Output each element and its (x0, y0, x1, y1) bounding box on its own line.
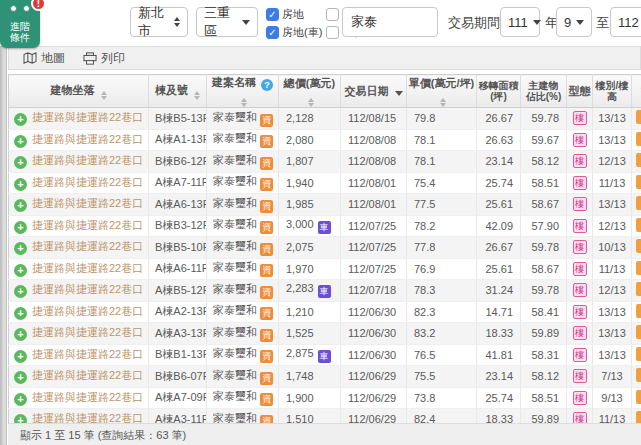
address-link[interactable]: 捷運路與捷運路22巷口 (32, 283, 143, 295)
checkbox-unchecked-icon[interactable] (326, 8, 339, 21)
transaction-count-badge (636, 261, 641, 275)
cell-type: 樓 (567, 108, 593, 130)
table-row: +捷運路與捷運路22巷口B棟B3-12F號家泰璽和資3,000車112/07/2… (9, 215, 641, 237)
project-info-badge[interactable]: 資 (260, 286, 273, 299)
year-from-select[interactable]: 111 (500, 7, 540, 37)
address-link[interactable]: 捷運路與捷運路22巷口 (32, 412, 143, 423)
expand-row-icon[interactable]: + (14, 285, 27, 298)
expand-row-icon[interactable]: + (14, 199, 27, 212)
cell-transaction (632, 258, 641, 280)
cell-project: 家泰璽和資 (207, 344, 279, 366)
expand-row-icon[interactable]: + (14, 135, 27, 148)
address-link[interactable]: 捷運路與捷運路22巷口 (32, 348, 143, 360)
address-link[interactable]: 捷運路與捷運路22巷口 (32, 133, 143, 145)
month-from-select[interactable]: 9 (556, 7, 592, 37)
expand-row-icon[interactable]: + (14, 156, 27, 169)
address-link[interactable]: 捷運路與捷運路22巷口 (32, 219, 143, 231)
cell-date: 112/08/15 (341, 108, 407, 130)
help-icon[interactable]: ? (261, 79, 273, 91)
expand-row-icon[interactable]: + (14, 221, 27, 234)
cell-transaction (632, 108, 641, 130)
expand-row-icon[interactable]: + (14, 371, 27, 384)
project-info-badge[interactable]: 資 (260, 329, 273, 342)
project-name: 家泰璽和 (213, 369, 257, 381)
district-select[interactable]: 三重區 (196, 7, 258, 37)
cell-area: 25.61 (477, 194, 521, 216)
col-main-ratio[interactable]: 主建物 佔比(%) (521, 75, 567, 108)
address-link[interactable]: 捷運路與捷運路22巷口 (32, 111, 143, 123)
cell-price: 2,875車 (279, 344, 341, 366)
checkbox-checked-icon[interactable]: ✓ (266, 8, 279, 21)
col-transaction[interactable]: 交 (632, 75, 641, 108)
project-info-badge[interactable]: 資 (260, 135, 273, 148)
address-link[interactable]: 捷運路與捷運路22巷口 (32, 262, 143, 274)
col-area[interactable]: 移轉面積 (坪) (477, 75, 521, 108)
expand-row-icon[interactable]: + (14, 393, 27, 406)
sort-icon[interactable] (194, 91, 200, 100)
cell-project: 家泰璽和資 (207, 301, 279, 323)
city-select[interactable]: 新北市 (130, 7, 188, 37)
project-info-badge[interactable]: 資 (260, 393, 273, 406)
transaction-count-badge (636, 304, 641, 318)
cell-floor: 13/13 (593, 194, 632, 216)
sort-icon[interactable] (101, 91, 107, 100)
project-info-badge[interactable]: 資 (260, 243, 273, 256)
project-info-badge[interactable]: 資 (260, 178, 273, 191)
project-info-badge[interactable]: 資 (260, 200, 273, 213)
address-link[interactable]: 捷運路與捷運路22巷口 (32, 326, 143, 338)
collapsed-panel-strip[interactable] (0, 46, 7, 445)
checkbox-checked-icon[interactable]: ✓ (266, 26, 279, 39)
expand-row-icon[interactable]: + (14, 264, 27, 277)
col-address[interactable]: 建物坐落 (9, 75, 149, 108)
address-link[interactable]: 捷運路與捷運路22巷口 (32, 305, 143, 317)
col-unit-price[interactable]: 單價(萬元/坪) (407, 75, 477, 108)
col-project[interactable]: 建案名稱 ? (207, 75, 279, 108)
cell-area: 31.24 (477, 280, 521, 302)
project-info-badge[interactable]: 資 (260, 264, 273, 277)
project-info-badge[interactable]: 資 (260, 157, 273, 170)
col-date[interactable]: 交易日期 (341, 75, 407, 108)
expand-row-icon[interactable]: + (14, 414, 27, 423)
map-button[interactable]: 地圖 (23, 50, 65, 67)
project-info-badge[interactable]: 資 (260, 372, 273, 385)
project-info-badge[interactable]: 資 (260, 415, 273, 423)
project-name: 家泰璽和 (213, 154, 257, 166)
project-info-badge[interactable]: 資 (260, 114, 273, 127)
cell-type: 樓 (567, 323, 593, 345)
cell-main-ratio: 58.12 (521, 366, 567, 388)
print-button[interactable]: 列印 (83, 50, 125, 67)
col-floor[interactable]: 樓別/樓高 (593, 75, 632, 108)
expand-row-icon[interactable]: + (14, 307, 27, 320)
keyword-input[interactable] (342, 7, 438, 37)
address-link[interactable]: 捷運路與捷運路22巷口 (32, 369, 143, 381)
project-info-badge[interactable]: 資 (260, 350, 273, 363)
filter-checkbox-房地[interactable]: ✓房地 (266, 5, 322, 23)
col-price[interactable]: 總價(萬元) (279, 75, 341, 108)
expand-row-icon[interactable]: + (14, 178, 27, 191)
project-info-badge[interactable]: 資 (260, 307, 273, 320)
expand-row-icon[interactable]: + (14, 328, 27, 341)
cell-price: 2,080 (279, 129, 341, 151)
cell-unit-price: 77.5 (407, 194, 477, 216)
price-value: 1,510 (286, 413, 314, 423)
address-link[interactable]: 捷運路與捷運路22巷口 (32, 176, 143, 188)
filter-checkbox-房地(車)[interactable]: ✓房地(車) (266, 23, 322, 41)
cell-unit: A棟A7-11F號 (149, 172, 207, 194)
address-link[interactable]: 捷運路與捷運路22巷口 (32, 197, 143, 209)
sort-icon[interactable] (440, 98, 446, 107)
address-link[interactable]: 捷運路與捷運路22巷口 (32, 154, 143, 166)
col-type[interactable]: 型態 (567, 75, 593, 108)
address-link[interactable]: 捷運路與捷運路22巷口 (32, 391, 143, 403)
sort-desc-icon[interactable] (395, 91, 403, 96)
checkbox-unchecked-icon[interactable] (326, 26, 339, 39)
sort-icon[interactable] (308, 98, 314, 107)
address-link[interactable]: 捷運路與捷運路22巷口 (32, 240, 143, 252)
advanced-filter-tab[interactable]: 進階 條件 ! (0, 0, 40, 48)
sort-icon[interactable] (241, 98, 247, 107)
expand-row-icon[interactable]: + (14, 113, 27, 126)
col-unit[interactable]: 棟及號 (149, 75, 207, 108)
expand-row-icon[interactable]: + (14, 350, 27, 363)
expand-row-icon[interactable]: + (14, 242, 27, 255)
year-to-select[interactable]: 112 (610, 7, 641, 37)
project-info-badge[interactable]: 資 (260, 221, 273, 234)
